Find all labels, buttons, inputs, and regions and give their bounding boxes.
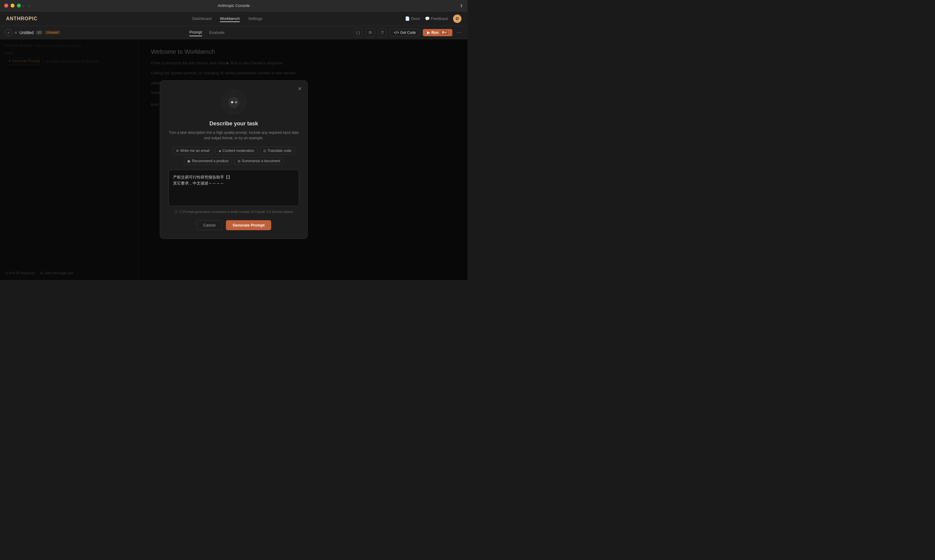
email-icon: ✉	[176, 149, 179, 153]
product-icon: ▣	[187, 159, 190, 163]
new-item-button[interactable]: +	[5, 29, 12, 36]
toolbar-right: { } ⚙ ⏱ </> Get Code ▶ Run ⌘↵ ⋯	[354, 28, 463, 37]
docs-icon: 📄	[405, 16, 410, 21]
run-shortcut: ⌘↵	[440, 31, 448, 34]
modal-info-text: ⓘ ⓘ Prompt generation consumes a small n…	[169, 209, 299, 214]
modal-close-button[interactable]: ✕	[296, 85, 303, 92]
modal-subtitle: Turn a task description into a high qual…	[169, 130, 299, 141]
task-description-input[interactable]	[169, 170, 299, 206]
top-navigation: ANTHROPIC Dashboard Workbench Settings 📄…	[0, 11, 468, 26]
window-title: Anthropic Console	[218, 3, 250, 8]
modal-title: Describe your task	[169, 120, 299, 127]
unsaved-badge: Unsaved	[45, 31, 60, 34]
modal-icon-container: ✦+	[169, 90, 299, 114]
example-content-moderation[interactable]: ◈ Content moderation	[215, 147, 258, 155]
example-product-label: Recommend a product	[192, 159, 228, 163]
toolbar-left: + ≡ Untitled v1 Unsaved	[5, 29, 60, 36]
window-controls	[4, 4, 21, 8]
example-summarize-document[interactable]: ⊟ Summarize a document	[234, 157, 284, 165]
nav-forward-button[interactable]: ›	[28, 3, 31, 9]
cancel-button[interactable]: Cancel	[196, 220, 222, 230]
toolbar-tabs: Prompt Evaluate	[64, 29, 350, 36]
nav-links: Dashboard Workbench Settings	[49, 15, 405, 22]
example-moderation-label: Content moderation	[223, 149, 254, 153]
example-email-label: Write me an email	[180, 149, 209, 153]
nav-right: 📄 Docs 💬 Feedback O	[405, 14, 461, 23]
nav-dashboard[interactable]: Dashboard	[192, 15, 212, 22]
run-icon: ▶	[427, 31, 430, 35]
modal-overlay: ✕ ✦+ Describe your task Turn a task desc…	[0, 39, 468, 280]
modal-icon-rings: ✦+	[221, 90, 246, 114]
version-badge: v1	[36, 31, 43, 34]
moderation-icon: ◈	[218, 149, 221, 153]
minimize-button[interactable]	[11, 4, 14, 8]
docs-link[interactable]: 📄 Docs	[405, 16, 420, 21]
document-icon: ⊟	[238, 159, 240, 163]
close-button[interactable]	[4, 4, 8, 8]
example-recommend-product[interactable]: ▣ Recommend a product	[184, 157, 232, 165]
modal-examples: ✉ Write me an email ◈ Content moderation…	[169, 147, 299, 165]
toolbar: + ≡ Untitled v1 Unsaved Prompt Evaluate …	[0, 26, 468, 39]
info-icon: ⓘ	[175, 209, 178, 214]
main-content: SYSTEM PROMPT Set a system prompt (optio…	[0, 39, 468, 280]
example-summarize-label: Summarize a document	[242, 159, 280, 163]
list-icon[interactable]: ≡	[14, 30, 17, 35]
settings-button[interactable]: ⚙	[366, 28, 375, 37]
code-translate-icon: ⊡	[263, 149, 266, 153]
modal-actions: Cancel Generate Prompt	[169, 220, 299, 230]
run-button[interactable]: ▶ Run ⌘↵	[423, 29, 452, 36]
share-icon[interactable]: ⬆	[460, 3, 463, 8]
user-avatar[interactable]: O	[453, 14, 461, 23]
json-button[interactable]: { }	[354, 28, 363, 37]
code-icon: </>	[394, 31, 399, 35]
describe-task-modal: ✕ ✦+ Describe your task Turn a task desc…	[160, 80, 308, 239]
nav-settings[interactable]: Settings	[248, 15, 263, 22]
nav-back-button[interactable]: ‹	[21, 3, 25, 9]
logo: ANTHROPIC	[6, 16, 37, 22]
tab-evaluate[interactable]: Evaluate	[209, 29, 225, 36]
example-write-email[interactable]: ✉ Write me an email	[173, 147, 212, 155]
feedback-icon: 💬	[425, 16, 430, 21]
maximize-button[interactable]	[17, 4, 21, 8]
history-button[interactable]: ⏱	[378, 28, 387, 37]
document-title: Untitled	[19, 30, 34, 35]
wand-icon: ✦+	[230, 99, 238, 106]
nav-workbench[interactable]: Workbench	[220, 15, 240, 22]
titlebar-navigation: ‹ ›	[21, 3, 31, 9]
get-code-button[interactable]: </> Get Code	[390, 29, 420, 37]
titlebar: ‹ › Anthropic Console ⬆	[0, 0, 468, 11]
generate-prompt-button-modal[interactable]: Generate Prompt	[226, 220, 271, 230]
feedback-link[interactable]: 💬 Feedback	[425, 16, 448, 21]
more-options-button[interactable]: ⋯	[455, 29, 463, 35]
example-translate-label: Translate code	[268, 149, 291, 153]
tab-prompt[interactable]: Prompt	[189, 29, 202, 36]
example-translate-code[interactable]: ⊡ Translate code	[260, 147, 295, 155]
